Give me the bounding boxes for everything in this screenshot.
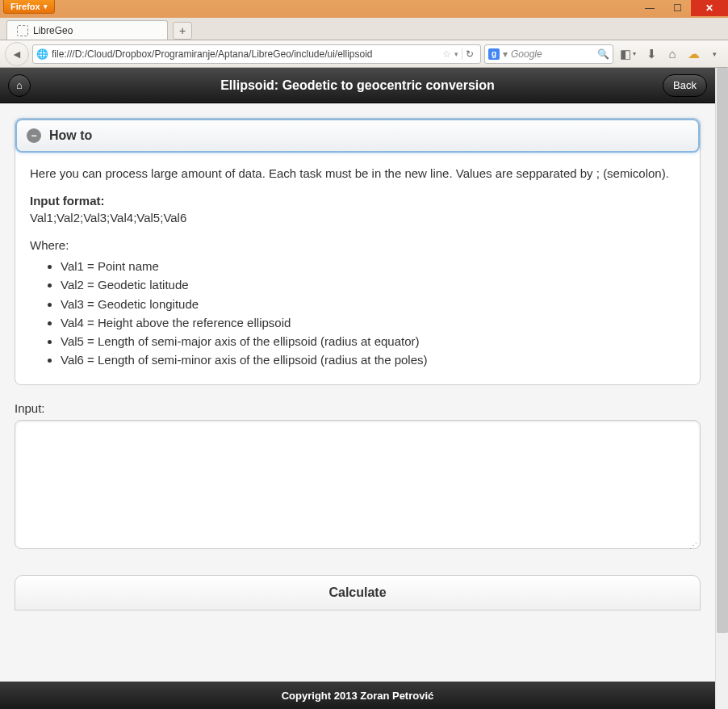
list-item: Val6 = Length of semi-minor axis of the …	[61, 352, 685, 368]
list-item: Val1 = Point name	[61, 258, 685, 275]
app-body: − How to Here you can process large amou…	[0, 103, 715, 682]
app-home-button[interactable]: ⌂	[8, 74, 31, 97]
search-engine-dropdown-icon[interactable]: ▾	[503, 48, 508, 60]
search-engine-icon[interactable]: g	[488, 48, 500, 60]
calculate-button[interactable]: Calculate	[15, 575, 701, 610]
addon-icon[interactable]: ☁	[684, 45, 702, 63]
content-area: ⌂ Ellipsoid: Geodetic to geocentric conv…	[0, 68, 728, 709]
minimize-button[interactable]: —	[636, 0, 663, 16]
howto-panel-body: Here you can process large amount of dat…	[15, 153, 700, 384]
window-titlebar: Firefox — ☐ ✕	[0, 0, 728, 18]
bookmark-star-icon[interactable]: ☆	[442, 48, 451, 60]
howto-panel: − How to Here you can process large amou…	[15, 118, 701, 385]
tab-favicon	[17, 25, 28, 36]
window-controls: — ☐ ✕	[636, 0, 728, 16]
vertical-scrollbar[interactable]	[715, 68, 728, 709]
maximize-button[interactable]: ☐	[663, 0, 691, 16]
resize-grip-icon[interactable]: ⋰	[689, 541, 699, 551]
close-button[interactable]: ✕	[691, 0, 728, 16]
howto-intro: Here you can process large amount of dat…	[30, 166, 685, 182]
input-textarea[interactable]	[15, 420, 701, 549]
nav-back-button[interactable]: ◄	[5, 42, 29, 66]
input-format-value: Val1;Val2;Val3;Val4;Val5;Val6	[30, 211, 186, 224]
list-item: Val2 = Geodetic latitude	[61, 277, 685, 293]
navigation-bar: ◄ 🌐 file:///D:/Cloud/Dropbox/Programiran…	[0, 40, 728, 68]
reload-button[interactable]: ↻	[462, 48, 477, 60]
search-placeholder: Google	[511, 48, 594, 60]
browser-tab[interactable]: LibreGeo	[6, 20, 168, 40]
search-go-icon[interactable]: 🔍	[597, 48, 609, 60]
howto-title: How to	[49, 128, 92, 143]
app-back-button[interactable]: Back	[663, 74, 707, 97]
where-label: Where:	[30, 237, 685, 254]
input-format-label: Input format:	[30, 194, 104, 208]
list-item: Val3 = Geodetic longitude	[61, 296, 685, 313]
url-dropdown-icon[interactable]: ▾	[454, 50, 458, 58]
url-bar[interactable]: 🌐 file:///D:/Cloud/Dropbox/Programiranje…	[32, 44, 481, 64]
home-icon: ⌂	[16, 79, 23, 91]
list-item: Val5 = Length of semi-major axis of the …	[61, 334, 685, 350]
howto-panel-header[interactable]: − How to	[15, 119, 700, 153]
firefox-menu-button[interactable]: Firefox	[3, 0, 55, 14]
search-bar[interactable]: g ▾ Google 🔍	[484, 44, 613, 64]
url-text: file:///D:/Cloud/Dropbox/Programiranje/A…	[52, 48, 439, 60]
input-format-block: Input format: Val1;Val2;Val3;Val4;Val5;V…	[30, 193, 685, 226]
site-identity-icon: 🌐	[36, 48, 48, 60]
list-item: Val4 = Height above the reference ellips…	[61, 315, 685, 331]
page-title: Ellipsoid: Geodetic to geocentric conver…	[220, 78, 495, 93]
app-root: ⌂ Ellipsoid: Geodetic to geocentric conv…	[0, 68, 715, 709]
bookmarks-menu-button[interactable]: ◧▾	[617, 45, 639, 63]
downloads-button[interactable]: ⬇	[642, 45, 660, 63]
home-button[interactable]: ⌂	[663, 45, 681, 63]
app-header: ⌂ Ellipsoid: Geodetic to geocentric conv…	[0, 68, 715, 103]
input-label: Input:	[15, 401, 701, 415]
value-definitions-list: Val1 = Point name Val2 = Geodetic latitu…	[61, 258, 685, 369]
tab-strip: LibreGeo +	[0, 18, 728, 40]
tab-title: LibreGeo	[33, 25, 73, 36]
app-footer: Copyright 2013 Zoran Petrović	[0, 682, 715, 709]
scrollbar-thumb[interactable]	[717, 68, 728, 633]
input-textarea-wrap: ⋰	[15, 420, 701, 552]
new-tab-button[interactable]: +	[173, 22, 192, 40]
collapse-icon: −	[27, 128, 41, 143]
toolbar-dropdown-icon[interactable]: ▾	[705, 45, 723, 63]
